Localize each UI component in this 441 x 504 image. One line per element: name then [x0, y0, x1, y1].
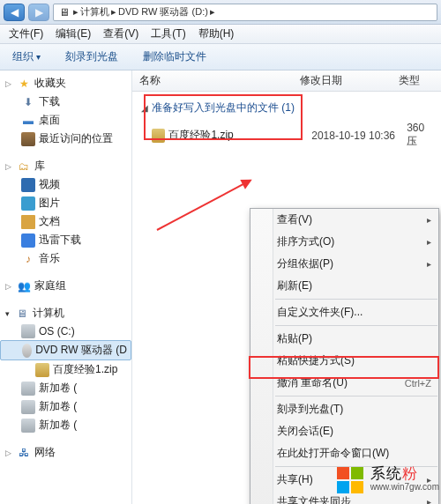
zip-icon	[152, 129, 165, 143]
breadcrumb-computer[interactable]: 计算机	[80, 5, 109, 19]
homegroup-icon: 👥	[17, 279, 31, 293]
ctx-paste-shortcut[interactable]: 粘贴快捷方式(S)	[250, 350, 438, 372]
file-type: 360压	[407, 122, 434, 149]
ctx-undo-rename[interactable]: 撤消 重命名(U)Ctrl+Z	[250, 372, 438, 394]
hdd-icon	[21, 419, 35, 433]
star-icon: ★	[17, 77, 31, 91]
col-date[interactable]: 修改日期	[300, 73, 399, 88]
document-icon	[21, 215, 35, 229]
music-icon: ♪	[21, 252, 35, 266]
nav-favorites[interactable]: ▷★收藏夹	[0, 74, 131, 93]
nav-network[interactable]: ▷🖧网络	[0, 443, 131, 462]
ctx-open-cmd[interactable]: 在此处打开命令窗口(W)	[250, 442, 438, 464]
watermark: 系统粉 www.win7gw.com	[335, 465, 441, 495]
nav-vol3[interactable]: 新加卷 (	[0, 416, 131, 434]
thunder-icon	[21, 233, 35, 248]
nav-computer[interactable]: ▾🖥计算机	[0, 304, 131, 322]
nav-dvd-drive[interactable]: DVD RW 驱动器 (D	[0, 340, 131, 360]
nav-desktop[interactable]: ▬桌面	[0, 111, 131, 130]
ctx-paste[interactable]: 粘贴(P)	[250, 328, 438, 350]
file-row[interactable]: 百度经验1.zip 2018-10-19 10:36 360压	[136, 119, 437, 152]
nav-downloads[interactable]: ⬇下载	[0, 93, 131, 111]
video-icon	[21, 178, 35, 192]
ctx-customize[interactable]: 自定义文件夹(F)...	[250, 301, 438, 323]
back-button[interactable]: ◀	[4, 4, 25, 21]
menu-file[interactable]: 文件(F)	[4, 25, 49, 43]
hdd-icon	[21, 324, 35, 338]
toolbar-burn[interactable]: 刻录到光盘	[58, 47, 125, 67]
library-icon: 🗂	[17, 159, 31, 174]
file-date: 2018-10-19 10:36	[311, 130, 407, 142]
menubar: 文件(F) 编辑(E) 查看(V) 工具(T) 帮助(H)	[0, 25, 441, 44]
col-name[interactable]: 名称	[132, 73, 300, 88]
nav-pictures[interactable]: 图片	[0, 194, 131, 212]
nav-thunder[interactable]: 迅雷下载	[0, 231, 131, 249]
menu-edit[interactable]: 编辑(E)	[50, 25, 96, 43]
context-menu: 查看(V) 排序方式(O) 分组依据(P) 刷新(E) 自定义文件夹(F)...…	[250, 208, 439, 504]
forward-button[interactable]: ▶	[28, 4, 49, 21]
ctx-refresh[interactable]: 刷新(E)	[250, 275, 438, 297]
dvd-icon	[22, 344, 32, 358]
nav-videos[interactable]: 视频	[0, 175, 131, 194]
col-type[interactable]: 类型	[399, 73, 441, 88]
nav-vol2[interactable]: 新加卷 (	[0, 397, 131, 416]
nav-vol1[interactable]: 新加卷 (	[0, 379, 131, 397]
toolbar-organize[interactable]: 组织	[5, 47, 48, 67]
ctx-view[interactable]: 查看(V)	[250, 209, 438, 231]
titlebar: ◀ ▶ 🖥 ▸ 计算机 ▸ DVD RW 驱动器 (D:) ▸	[0, 0, 441, 25]
picture-icon	[21, 196, 35, 211]
menu-tools[interactable]: 工具(T)	[146, 25, 191, 43]
breadcrumb-drive[interactable]: DVD RW 驱动器 (D:)	[118, 5, 208, 19]
ctx-close-session[interactable]: 关闭会话(E)	[250, 420, 438, 442]
nav-music[interactable]: ♪音乐	[0, 249, 131, 268]
file-name: 百度经验1.zip	[168, 128, 311, 143]
menu-help[interactable]: 帮助(H)	[193, 25, 240, 43]
nav-documents[interactable]: 文档	[0, 212, 131, 231]
recent-icon	[21, 132, 35, 146]
ctx-burn[interactable]: 刻录到光盘(T)	[250, 398, 438, 420]
desktop-icon: ▬	[21, 114, 35, 128]
hdd-icon	[21, 382, 35, 396]
nav-libraries[interactable]: ▷🗂库	[0, 157, 131, 175]
group-header[interactable]: ◢准备好写入到光盘中的文件 (1)	[136, 97, 437, 119]
download-icon: ⬇	[21, 95, 35, 109]
toolbar: 组织 刻录到光盘 删除临时文件	[0, 44, 441, 70]
computer-icon: 🖥	[15, 307, 29, 321]
nav-homegroup[interactable]: ▷👥家庭组	[0, 277, 131, 295]
address-bar[interactable]: 🖥 ▸ 计算机 ▸ DVD RW 驱动器 (D:) ▸	[53, 4, 437, 21]
ctx-group[interactable]: 分组依据(P)	[250, 253, 438, 275]
column-headers: 名称 修改日期 类型	[132, 70, 441, 92]
folder-icon: 🖥	[57, 5, 71, 19]
nav-recent[interactable]: 最近访问的位置	[0, 130, 131, 148]
ctx-sort[interactable]: 排序方式(O)	[250, 231, 438, 253]
hdd-icon	[21, 400, 35, 414]
toolbar-delete-temp[interactable]: 删除临时文件	[136, 47, 213, 67]
network-icon: 🖧	[17, 446, 31, 460]
nav-zipfile[interactable]: 百度经验1.zip	[0, 360, 131, 379]
nav-pane: ▷★收藏夹 ⬇下载 ▬桌面 最近访问的位置 ▷🗂库 视频 图片 文档 迅雷下载 …	[0, 70, 132, 504]
windows-logo-icon	[337, 467, 365, 493]
file-list[interactable]: ◢准备好写入到光盘中的文件 (1) 百度经验1.zip 2018-10-19 1…	[132, 92, 441, 157]
menu-view[interactable]: 查看(V)	[98, 25, 144, 43]
nav-osc[interactable]: OS (C:)	[0, 322, 131, 340]
zip-icon	[35, 363, 49, 377]
